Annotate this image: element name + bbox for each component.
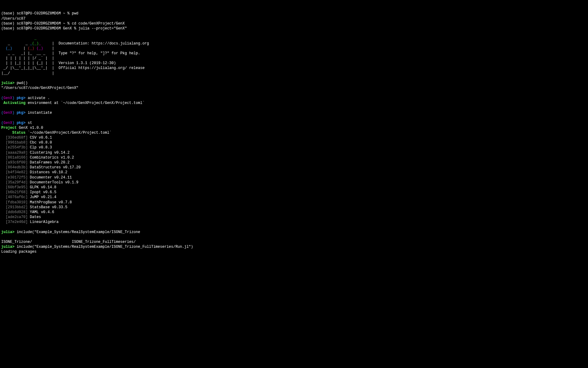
banner-l5: | | | | | | |/ _` | |: [1, 56, 54, 60]
pkg-id: [864edb3b]: [1, 165, 28, 170]
pkg-name: Ipopt v0.6.5: [28, 190, 56, 194]
pkg-id: [a93c6f00]: [1, 160, 28, 165]
julia-prompt2: julia>: [1, 230, 14, 234]
project-label: Project: [1, 126, 17, 130]
pkg-id: [e30172f5]: [1, 175, 28, 180]
pkg-id: [37e2e46d]: [1, 220, 28, 224]
shell-cmd-pwd: pwd: [72, 11, 78, 16]
julia-cmd-include1: include("Example_Systems/RealSystemExamp…: [14, 230, 140, 234]
project-rest: GenX v1.0.0: [17, 126, 43, 130]
pkg-prefix: pkg>: [17, 96, 25, 100]
pkg-id: [b6b21f68]: [1, 190, 28, 194]
banner-l3b: (_): [6, 46, 12, 51]
julia-out-pwd: "/Users/sc87/code/GenXProject/GenX": [1, 86, 78, 90]
pkg-name: Clustering v0.14.2: [28, 151, 70, 155]
tab-completion: ISONE_Trizone/ ISONE_Trizone_FullTimeser…: [1, 240, 136, 244]
banner-l3c: |: [12, 46, 28, 51]
banner-l3g: |: [43, 46, 54, 51]
banner-l2d: _: [39, 41, 41, 46]
julia-prompt: julia>: [1, 81, 14, 85]
pkg-id: [4076af6c]: [1, 195, 28, 199]
pkg-name: JuMP v0.21.4: [28, 195, 56, 199]
banner-l4: _ _ _| |_ __ _ | Type "?" for help, "]?"…: [1, 51, 140, 56]
activating-label: Activating: [1, 101, 25, 105]
pkg-name: StatsBase v0.33.5: [28, 205, 67, 209]
julia-cmd-include2: include("Example_Systems/RealSystemExamp…: [14, 245, 193, 249]
banner-l2b: _: [30, 41, 32, 46]
pkg-name: Cbc v0.8.0: [28, 140, 52, 145]
status-rest: `~/code/GenXProject/GenX/Project.toml`: [25, 131, 111, 135]
pkg-prefix3: pkg>: [17, 121, 25, 125]
status-label: [1, 131, 12, 135]
pkg-name: CSV v0.6.1: [28, 136, 52, 140]
shell-cmd-cd: cd code/GenXProject/GenX: [72, 21, 125, 26]
shell-prompt-1: (base) sc87@PU-C02DRGZ8MD6M ~ %: [1, 11, 72, 16]
status-label-text: Status: [12, 131, 25, 135]
banner-l3f: (_): [36, 46, 43, 51]
banner-l2c: (_): [32, 41, 39, 46]
pkg-name: Documenter v0.24.11: [28, 175, 72, 180]
banner-l7: _/ |\__'_|_|_|\__'_| | Official https://…: [1, 66, 145, 70]
terminal-window[interactable]: { "shell": { "prompt1": "(base) sc87@PU-…: [0, 0, 588, 266]
banner-l3a: [1, 46, 6, 51]
pkg-name: Clp v0.8.3: [28, 145, 52, 150]
banner-l1b: _: [34, 36, 36, 40]
pkg-id: [60bf3e95]: [1, 185, 28, 190]
pkg-prompt-name2: GenX: [3, 111, 12, 115]
banner-l6: | | |_| | | | (_| | | Version 1.3.1 (201…: [1, 61, 116, 65]
pkg-id: [336ed68f]: [1, 136, 28, 140]
pkg-id: [35a29f4d]: [1, 180, 28, 185]
banner-l1a: [1, 36, 34, 40]
pkg-id: [861a8166]: [1, 155, 28, 160]
pkg-name: Distances v0.10.2: [28, 170, 67, 174]
activating-rest: environment at `~/code/GenXProject/GenX/…: [25, 101, 145, 105]
julia-cmd-pwd: pwd(): [14, 81, 28, 85]
banner-l2e: | Documentation: https://docs.julialang.…: [41, 41, 149, 46]
pkg-name: MathProgBase v0.7.8: [28, 200, 72, 205]
pkg-cmd-activate: activate .: [25, 96, 50, 100]
pkg-id: [aaaa29a8]: [1, 151, 28, 155]
pkg-prefix2: pkg>: [17, 111, 25, 115]
pkg-name: YAML v0.4.6: [28, 210, 54, 214]
pkg-id: [ade2ca70]: [1, 215, 28, 219]
shell-cmd-julia: julia --project="GenX": [78, 26, 127, 31]
banner-l2a: _ _: [1, 41, 30, 46]
pkg-cmd-instantiate: instantiate: [25, 111, 52, 115]
pkg-prompt-close: ): [12, 96, 17, 100]
pkg-id: [fdba3010]: [1, 200, 28, 205]
pkg-name: LinearAlgebra: [28, 220, 61, 224]
pkg-prompt-name: GenX: [3, 96, 12, 100]
pkg-name: DataStructures v0.17.20: [28, 165, 81, 170]
package-list: [336ed68f] CSV v0.6.1 [9961bab8] Cbc v0.…: [1, 135, 587, 224]
pkg-id: [b4f34e82]: [1, 170, 28, 174]
loading-msg: Loading packages: [1, 250, 36, 254]
julia-prompt3: julia>: [1, 245, 14, 249]
pkg-cmd-st: st: [25, 121, 32, 125]
pkg-id: [9961bab8]: [1, 140, 28, 145]
pkg-name: DocumenterTools v0.1.9: [28, 180, 78, 185]
pkg-id: [ddb6d928]: [1, 210, 28, 214]
pkg-name: DataFrames v0.20.2: [28, 160, 70, 165]
shell-prompt-3: (base) sc87@PU-C02DRGZ8MD6M GenX %: [1, 26, 78, 31]
pkg-name: Combinatorics v1.0.2: [28, 155, 74, 160]
pkg-prompt-name3: GenX: [3, 121, 12, 125]
pkg-name: GLPK v0.14.8: [28, 185, 56, 190]
pkg-prompt-close3: ): [12, 121, 17, 125]
pkg-name: Dates: [28, 215, 43, 219]
pkg-id: [e2554f3b]: [1, 145, 28, 150]
banner-l3d: (_): [28, 46, 34, 51]
pkg-id: [2913bbd2]: [1, 205, 28, 209]
pkg-prompt-close2: ): [12, 111, 17, 115]
banner-l8: |__/ |: [1, 71, 54, 75]
shell-out-pwd: /Users/sc87: [1, 17, 25, 21]
shell-prompt-2: (base) sc87@PU-C02DRGZ8MD6M ~ %: [1, 21, 72, 26]
